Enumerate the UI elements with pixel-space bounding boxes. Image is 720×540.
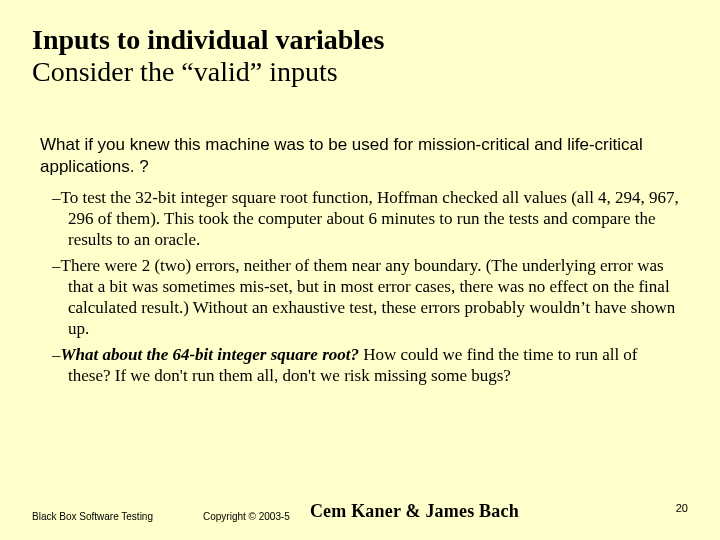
bullet-item: –To test the 32-bit integer square root … xyxy=(40,187,680,251)
footer: Black Box Software Testing Copyright © 2… xyxy=(32,501,688,522)
footer-authors: Cem Kaner & James Bach xyxy=(310,501,519,522)
bullet-item: –What about the 64-bit integer square ro… xyxy=(40,344,680,387)
bullet-item: –There were 2 (two) errors, neither of t… xyxy=(40,255,680,340)
bullet-list: –To test the 32-bit integer square root … xyxy=(40,187,680,386)
footer-copyright: Copyright © 2003-5 xyxy=(203,511,290,522)
title-line-1: Inputs to individual variables xyxy=(32,24,688,56)
bullet-bold: What about the 64-bit integer square roo… xyxy=(61,345,359,364)
footer-left: Black Box Software Testing xyxy=(32,511,153,522)
bullet-text: To test the 32-bit integer square root f… xyxy=(61,188,679,250)
title-line-2: Consider the “valid” inputs xyxy=(32,56,688,88)
bullet-text: There were 2 (two) errors, neither of th… xyxy=(61,256,676,339)
bullet-dash: – xyxy=(52,188,61,207)
slide: Inputs to individual variables Consider … xyxy=(0,0,720,540)
bullet-dash: – xyxy=(52,256,61,275)
page-number: 20 xyxy=(676,502,688,514)
bullet-dash: – xyxy=(52,345,61,364)
intro-text: What if you knew this machine was to be … xyxy=(40,134,680,177)
